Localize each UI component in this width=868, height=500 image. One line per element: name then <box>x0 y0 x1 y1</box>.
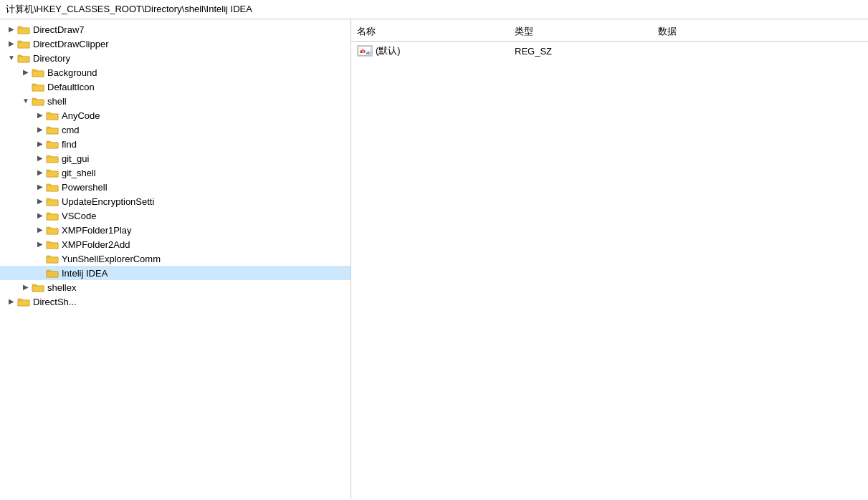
tree-item-background[interactable]: Background <box>0 65 350 80</box>
tree-item-xmpfolder2add[interactable]: XMPFolder2Add <box>0 237 350 251</box>
folder-icon-directdrawclipper <box>17 39 30 49</box>
tree-label-anycode: AnyCode <box>62 110 100 121</box>
folder-icon-powershell <box>46 182 59 192</box>
tree-item-directdraw7[interactable]: DirectDraw7 <box>0 22 350 37</box>
tree-label-git_gui: git_gui <box>62 153 89 164</box>
tree-arrow-defaulticon <box>20 81 32 92</box>
tree-label-git_shell: git_shell <box>62 168 96 178</box>
breadcrumb: 计算机\HKEY_CLASSES_ROOT\Directory\shell\In… <box>0 0 868 19</box>
tree-item-shell[interactable]: shell <box>0 94 350 108</box>
tree-item-cmd[interactable]: cmd <box>0 122 350 137</box>
folder-icon-intelij_idea <box>46 268 59 278</box>
tree-label-powershell: Powershell <box>62 182 108 193</box>
folder-icon-background <box>32 67 44 77</box>
folder-icon-directory <box>17 53 30 63</box>
tree-arrow-find[interactable] <box>34 138 46 150</box>
left-panel: DirectDraw7 DirectDrawClipper Directory … <box>0 19 351 499</box>
folder-icon-xmpfolder1play <box>46 225 59 235</box>
tree-label-vscode: VSCode <box>62 211 96 221</box>
col-name-header: 名称 <box>357 25 515 38</box>
tree-arrow-cmd[interactable] <box>34 124 46 135</box>
tree-arrow-git_shell[interactable] <box>34 167 46 178</box>
tree-label-directdrawclipper: DirectDrawClipper <box>33 39 108 49</box>
tree-label-cmd: cmd <box>62 125 80 135</box>
folder-icon-anycode <box>46 110 59 120</box>
tree-item-defaulticon[interactable]: DefaultIcon <box>0 80 350 94</box>
tree-item-updateencryption[interactable]: UpdateEncryptionSetti <box>0 194 350 208</box>
breadcrumb-text: 计算机\HKEY_CLASSES_ROOT\Directory\shell\In… <box>6 4 252 14</box>
tree-arrow-background[interactable] <box>20 67 32 78</box>
tree-label-directdraw7: DirectDraw7 <box>33 24 85 35</box>
tree-arrow-updateencryption[interactable] <box>34 196 46 207</box>
tree-arrow-directsh[interactable] <box>6 296 17 307</box>
row-name-text: (默认) <box>376 44 401 57</box>
folder-icon-vscode <box>46 211 59 221</box>
folder-icon-find <box>46 139 59 149</box>
tree-label-shell: shell <box>47 96 67 107</box>
tree-item-powershell[interactable]: Powershell <box>0 180 350 194</box>
svg-text:ab: ab <box>366 51 371 55</box>
tree-item-intelij_idea[interactable]: Intelij IDEA <box>0 266 350 280</box>
tree-arrow-yunshellexplorer <box>34 253 46 264</box>
tree-label-shellex: shellex <box>47 282 76 293</box>
ab-icon: ab ab <box>357 45 373 57</box>
right-panel-header: 名称 类型 数据 <box>351 22 868 42</box>
folder-icon-defaulticon <box>32 82 44 92</box>
tree-arrow-xmpfolder2add[interactable] <box>34 239 46 250</box>
tree-label-background: Background <box>47 67 97 78</box>
tree-arrow-directdrawclipper[interactable] <box>6 38 17 49</box>
folder-icon-directsh <box>17 297 30 307</box>
tree-label-defaulticon: DefaultIcon <box>47 82 95 92</box>
folder-icon-directdraw7 <box>17 24 30 34</box>
folder-icon-shell <box>32 96 44 106</box>
tree-arrow-anycode[interactable] <box>34 110 46 121</box>
tree-label-xmpfolder2add: XMPFolder2Add <box>62 239 130 250</box>
folder-icon-updateencryption <box>46 196 59 206</box>
right-panel: 名称 类型 数据 ab ab (默认) REG_SZ <box>351 19 868 499</box>
tree-arrow-vscode[interactable] <box>34 210 46 221</box>
tree-label-yunshellexplorer: YunShellExplorerComm <box>62 254 161 264</box>
folder-icon-git_gui <box>46 153 59 163</box>
row-type: REG_SZ <box>515 46 658 57</box>
tree-item-git_shell[interactable]: git_shell <box>0 165 350 180</box>
tree-arrow-intelij_idea <box>34 267 46 279</box>
tree-arrow-xmpfolder1play[interactable] <box>34 224 46 236</box>
tree-label-directsh: DirectSh... <box>33 297 77 307</box>
tree-item-vscode[interactable]: VSCode <box>0 208 350 223</box>
tree-item-directdrawclipper[interactable]: DirectDrawClipper <box>0 37 350 51</box>
tree-label-intelij_idea: Intelij IDEA <box>62 268 108 279</box>
tree-item-xmpfolder1play[interactable]: XMPFolder1Play <box>0 223 350 237</box>
folder-icon-shellex <box>32 282 44 292</box>
folder-icon-cmd <box>46 125 59 135</box>
registry-row-default[interactable]: ab ab (默认) REG_SZ <box>351 42 868 60</box>
col-type-header: 类型 <box>515 25 658 38</box>
tree-label-updateencryption: UpdateEncryptionSetti <box>62 196 154 207</box>
tree-item-anycode[interactable]: AnyCode <box>0 108 350 122</box>
tree-arrow-shellex[interactable] <box>20 282 32 293</box>
tree-arrow-powershell[interactable] <box>34 181 46 193</box>
tree-arrow-git_gui[interactable] <box>34 153 46 164</box>
tree-item-directory[interactable]: Directory <box>0 51 350 65</box>
folder-icon-git_shell <box>46 168 59 178</box>
tree-item-shellex[interactable]: shellex <box>0 280 350 294</box>
col-data-header: 数据 <box>658 25 862 38</box>
tree-label-directory: Directory <box>33 53 70 64</box>
folder-icon-xmpfolder2add <box>46 239 59 249</box>
tree-arrow-directory[interactable] <box>6 52 17 64</box>
tree-arrow-directdraw7[interactable] <box>6 24 17 35</box>
tree-item-directsh[interactable]: DirectSh... <box>0 294 350 309</box>
tree-item-find[interactable]: find <box>0 137 350 151</box>
folder-icon-yunshellexplorer <box>46 254 59 264</box>
tree-item-git_gui[interactable]: git_gui <box>0 151 350 165</box>
tree-arrow-shell[interactable] <box>20 95 32 107</box>
tree-label-find: find <box>62 139 77 150</box>
tree-container[interactable]: DirectDraw7 DirectDrawClipper Directory … <box>0 19 350 499</box>
svg-text:ab: ab <box>360 49 366 54</box>
tree-item-yunshellexplorer[interactable]: YunShellExplorerComm <box>0 251 350 266</box>
row-name: ab ab (默认) <box>357 44 515 57</box>
tree-label-xmpfolder1play: XMPFolder1Play <box>62 225 132 236</box>
